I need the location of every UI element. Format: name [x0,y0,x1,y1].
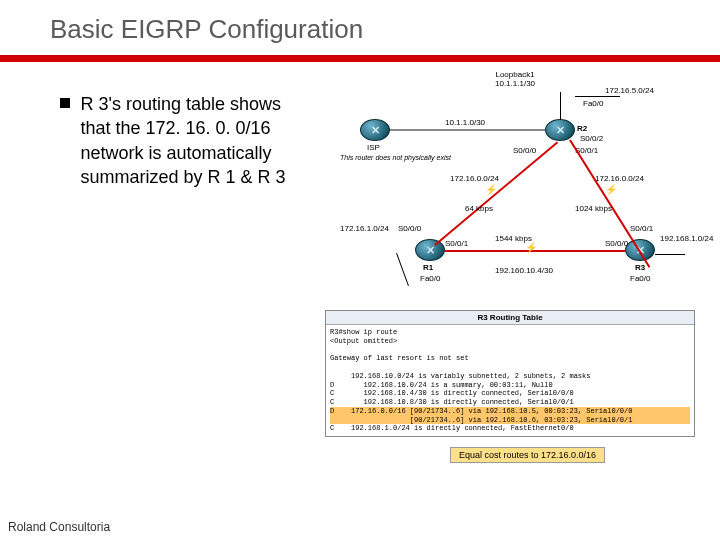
bullet-icon [60,98,70,108]
iface-r2-s002: S0/0/2 [580,134,603,143]
rt-l5: C 192.168.1.0/24 is directly connected, … [330,424,574,432]
iface-r2-s000: S0/0/0 [513,146,536,155]
routing-table-body: R3#show ip route <Output omitted> Gatewa… [326,325,694,436]
bullet-item: R 3's routing table shows that the 172. … [60,92,320,189]
network-diagram: Loopback1 10.1.1.1/30 172.16.5.0/24 ✕ IS… [325,74,695,309]
bw-left: 64 kbps [465,204,493,213]
router-isp: ✕ [360,119,390,141]
bw-right: 1024 kbps [575,204,612,213]
rt-l3: C 192.168.10.4/30 is directly connected,… [330,389,574,397]
r2-loopback-line [560,92,561,120]
bolt-r2r3: ⚡ [605,184,617,195]
rt-omit: <Output omitted> [330,337,397,345]
net-r1r2: 172.16.0.0/24 [450,174,499,183]
content-area: R 3's routing table shows that the 172. … [0,62,720,87]
loopback-addr: 10.1.1.1/30 [495,79,535,88]
label-isp: ISP [367,143,380,152]
footer-text: Roland Consultoria [8,520,110,534]
iface-r1-s001: S0/0/1 [445,239,468,248]
label-r1: R1 [423,263,433,272]
rt-hl2: [90/21734..6] via 192.168.10.6, 03:03:23… [330,416,690,425]
link-isp-r2 [390,129,545,131]
accent-bar [0,55,720,62]
r2-fa00: Fa0/0 [583,99,603,108]
callout-box: Equal cost routes to 172.16.0.0/16 [450,447,605,463]
page-title: Basic EIGRP Configuration [0,0,720,55]
label-r3: R3 [635,263,645,272]
loopback-name: Loopback1 [495,70,535,79]
iface-r1-fa00: Fa0/0 [420,274,440,283]
r2-eth [575,96,620,97]
net-r1-lan: 172.16.1.0/24 [340,224,389,233]
iface-r3-fa00: Fa0/0 [630,274,650,283]
bolt-r1r2: ⚡ [485,184,497,195]
router-r1: ✕ [415,239,445,261]
rt-l1: 192.168.10.0/24 is variably subnetted, 2… [330,372,590,380]
rt-l2: D 192.168.10.0/24 is a summary, 00:03:11… [330,381,553,389]
rt-l4: C 192.168.10.8/30 is directly connected,… [330,398,574,406]
bolt-r1r3: ⚡ [525,242,537,253]
net-isp-r2: 10.1.1.0/30 [445,118,485,127]
rt-hl1: D 172.16.0.0/16 [90/21734..6] via 192.16… [330,407,690,416]
bullet-text: R 3's routing table shows that the 172. … [80,92,310,189]
r1-eth [396,253,409,286]
rt-gateway: Gateway of last resort is not set [330,354,469,362]
bw-bottom: 1544 kbps [495,234,532,243]
net-r1r3: 192.160.10.4/30 [495,266,553,275]
iface-r3-s000: S0/0/0 [605,239,628,248]
rt-cmd: R3#show ip route [330,328,397,336]
net-top-right: 172.16.5.0/24 [605,86,654,95]
iface-r3-s001: S0/0/1 [630,224,653,233]
loopback-label: Loopback1 10.1.1.1/30 [495,70,535,88]
net-r2r3: 172.16.0.0/24 [595,174,644,183]
isp-note: This router does not physically exist [340,154,430,161]
routing-table: R3 Routing Table R3#show ip route <Outpu… [325,310,695,437]
routing-table-header: R3 Routing Table [326,311,694,325]
r3-eth [655,254,685,255]
router-r2: ✕ [545,119,575,141]
net-r3-lan: 192.168.1.0/24 [660,234,713,243]
iface-r1-s000: S0/0/0 [398,224,421,233]
label-r2: R2 [577,124,587,133]
